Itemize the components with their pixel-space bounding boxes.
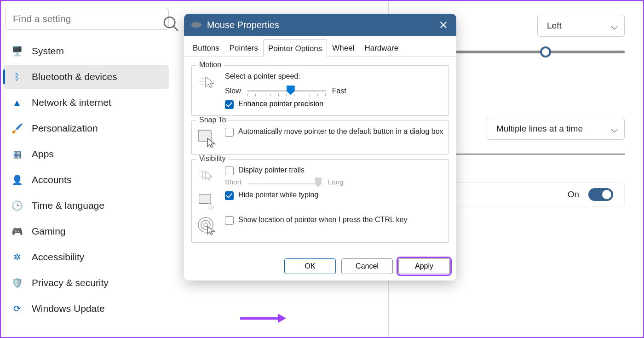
sidebar-item-accounts[interactable]: 👤Accounts [3, 168, 169, 192]
motion-group: Motion Select a pointer speed: Slow [191, 65, 449, 116]
mouse-icon [191, 22, 201, 28]
pointer-speed-slider[interactable] [247, 89, 326, 93]
tab-pointer-options[interactable]: Pointer Options [263, 39, 327, 57]
dialog-titlebar[interactable]: Mouse Properties [184, 14, 456, 36]
tab-pointers[interactable]: Pointers [224, 39, 263, 57]
sidebar-item-system[interactable]: 🖥️System [3, 39, 169, 63]
svg-line-1 [173, 26, 178, 31]
tab-hardware[interactable]: Hardware [359, 39, 403, 57]
sidebar-item-network-internet[interactable]: ▲Network & internet [3, 91, 169, 115]
sidebar-item-label: Personalization [32, 123, 98, 134]
group-legend: Motion [196, 61, 224, 69]
pointer-trails-checkbox[interactable] [225, 166, 234, 175]
pointer-trails-label: Display pointer trails [238, 166, 305, 174]
pointer-speed-label: Select a pointer speed: [225, 72, 444, 80]
trails-short-label: Short [225, 178, 242, 186]
bluetooth-icon: ᛒ [12, 71, 23, 82]
sidebar-item-label: Windows Update [32, 303, 105, 314]
dialog-tabs: ButtonsPointersPointer OptionsWheelHardw… [184, 36, 456, 57]
svg-point-6 [204, 223, 207, 227]
snap-to-checkbox[interactable] [225, 128, 234, 137]
cancel-button[interactable]: Cancel [341, 258, 393, 274]
mouse-properties-dialog: Mouse Properties ButtonsPointersPointer … [184, 14, 456, 281]
sidebar-item-personalization[interactable]: 🖌️Personalization [3, 116, 169, 140]
show-location-ctrl-label: Show location of pointer when I press th… [238, 216, 408, 224]
wifi-icon: ▲ [12, 97, 23, 108]
update-icon: ⟳ [12, 303, 23, 314]
sidebar-item-label: System [32, 46, 64, 57]
apps-icon: ▦ [12, 149, 23, 160]
group-legend: Visibility [196, 155, 229, 163]
enhance-precision-checkbox[interactable] [225, 100, 234, 109]
pointer-trails-icon [196, 166, 217, 186]
snap-to-icon [196, 127, 217, 148]
sidebar-item-label: Gaming [32, 226, 66, 237]
sidebar-item-apps[interactable]: ▦Apps [3, 142, 169, 166]
trails-length-slider [248, 182, 322, 186]
scroll-inactive-toggle[interactable] [588, 188, 613, 201]
apply-button[interactable]: Apply [398, 258, 450, 274]
sidebar-item-bluetooth-devices[interactable]: ᛒBluetooth & devices [3, 65, 169, 89]
trails-long-label: Long [328, 178, 343, 186]
fast-label: Fast [332, 87, 346, 95]
sidebar-item-label: Accessibility [32, 252, 84, 263]
cursor-motion-icon [196, 72, 217, 92]
toggle-state-label: On [568, 189, 579, 200]
sidebar-item-accessibility[interactable]: ✲Accessibility [3, 245, 169, 269]
slow-label: Slow [225, 87, 241, 95]
settings-sidebar: 🖥️SystemᛒBluetooth & devices▲Network & i… [1, 1, 171, 337]
dialog-title: Mouse Properties [207, 20, 438, 30]
sidebar-item-label: Privacy & security [32, 277, 109, 288]
accessibility-icon: ✲ [12, 252, 23, 263]
search-icon [162, 15, 180, 33]
sidebar-item-gaming[interactable]: 🎮Gaming [3, 219, 169, 243]
search-input[interactable] [6, 8, 169, 30]
scroll-mode-dropdown[interactable]: Multiple lines at a time [487, 118, 625, 140]
paintbrush-icon: 🖌️ [12, 123, 23, 134]
ctrl-locate-icon [196, 216, 217, 236]
shield-icon: 🛡️ [12, 277, 23, 288]
hide-typing-icon [196, 191, 217, 211]
sidebar-item-privacy-security[interactable]: 🛡️Privacy & security [3, 271, 169, 295]
person-icon: 👤 [12, 174, 23, 185]
show-location-ctrl-checkbox[interactable] [225, 216, 234, 225]
hide-while-typing-checkbox[interactable] [225, 191, 234, 200]
sidebar-item-label: Time & language [32, 200, 104, 211]
tab-wheel[interactable]: Wheel [327, 39, 359, 57]
snap-to-group: Snap To Automatically move pointer to th… [191, 120, 449, 155]
sidebar-item-time-language[interactable]: 🕒Time & language [3, 194, 169, 218]
enhance-precision-label: Enhance pointer precision [238, 100, 323, 108]
group-legend: Snap To [196, 116, 229, 124]
sidebar-item-windows-update[interactable]: ⟳Windows Update [3, 297, 169, 321]
svg-point-0 [164, 17, 175, 28]
gamepad-icon: 🎮 [12, 226, 23, 237]
visibility-group: Visibility Display pointer trails [191, 159, 449, 243]
ok-button[interactable]: OK [284, 258, 336, 274]
tab-buttons[interactable]: Buttons [188, 39, 224, 57]
hide-while-typing-label: Hide pointer while typing [238, 191, 318, 199]
close-icon[interactable] [438, 19, 449, 30]
svg-rect-3 [199, 194, 211, 203]
snap-to-label: Automatically move pointer to the defaul… [238, 127, 443, 136]
sidebar-item-label: Network & internet [32, 97, 111, 108]
clock-icon: 🕒 [12, 200, 23, 211]
system-icon: 🖥️ [12, 46, 23, 57]
primary-button-dropdown[interactable]: Left [537, 15, 625, 37]
sidebar-item-label: Bluetooth & devices [32, 71, 117, 82]
sidebar-item-label: Apps [32, 149, 54, 160]
sidebar-item-label: Accounts [32, 174, 71, 185]
